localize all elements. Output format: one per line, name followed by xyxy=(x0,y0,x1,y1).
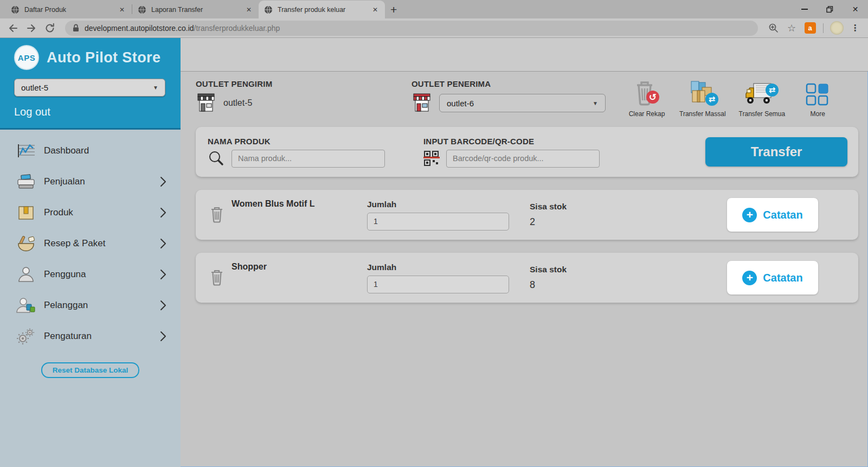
tab-close-icon[interactable]: ✕ xyxy=(371,6,380,14)
new-tab-button[interactable]: + xyxy=(390,3,397,16)
sidebar-item-label: Pengguna xyxy=(44,269,153,280)
sisa-stok-label: Sisa stok xyxy=(530,265,567,274)
caret-down-icon: ▼ xyxy=(153,85,158,91)
sidebar-item-pengaturan[interactable]: Pengaturan xyxy=(0,321,181,351)
url-bar[interactable]: development.autopilotstore.co.id/transfe… xyxy=(65,21,758,36)
url-path: /transferprodukkeluar.php xyxy=(194,24,280,33)
action-label: Transfer Semua xyxy=(739,110,786,118)
tab-title: Laporan Transfer xyxy=(151,6,240,14)
tab-title: Transfer produk keluar xyxy=(278,6,366,14)
boxes-transfer-icon: ⇄ xyxy=(686,79,719,107)
clear-rekap-button[interactable]: ↺ Clear Rekap xyxy=(627,79,666,118)
sidebar-item-dashboard[interactable]: Dashboard xyxy=(0,135,181,166)
sidebar-item-label: Pelanggan xyxy=(44,300,153,311)
chevron-right-icon xyxy=(160,331,166,342)
app-frame: APS Auto Pilot Store outlet-5 ▼ Log out … xyxy=(0,38,868,467)
logout-link[interactable]: Log out xyxy=(14,106,165,118)
forward-arrow-icon xyxy=(26,23,37,34)
outlet-pengirim-group: OUTLET PENGIRIM outlet-5 xyxy=(196,79,412,113)
profile-button[interactable] xyxy=(829,21,844,36)
outlet-penerima-select[interactable]: outlet-6 ▼ xyxy=(439,94,606,112)
back-button[interactable] xyxy=(5,21,21,36)
sidebar-outlet-value: outlet-5 xyxy=(21,83,48,92)
sidebar-item-resep-paket[interactable]: Resep & Paket xyxy=(0,228,181,259)
barcode-group: INPUT BARCODE/QR-CODE xyxy=(423,137,639,168)
catatan-button[interactable]: + Catatan xyxy=(727,261,818,295)
jumlah-group: Jumlah xyxy=(367,263,530,293)
chevron-right-icon xyxy=(160,300,166,311)
mortar-pestle-icon xyxy=(15,235,37,252)
catatan-label: Catatan xyxy=(763,272,802,284)
tab-transfer-produk-keluar[interactable]: Transfer produk keluar ✕ xyxy=(259,1,385,18)
close-icon: ✕ xyxy=(852,5,859,14)
jumlah-input[interactable] xyxy=(367,276,509,293)
more-button[interactable]: More xyxy=(798,79,837,118)
star-icon: ☆ xyxy=(787,22,796,34)
customer-icon xyxy=(15,297,37,314)
outlet-row: OUTLET PENGIRIM outlet-5 OUTLET PENERIMA… xyxy=(196,79,858,118)
plus-circle-icon: + xyxy=(742,271,757,285)
minimize-button[interactable] xyxy=(792,0,817,18)
sidebar-item-pengguna[interactable]: Pengguna xyxy=(0,259,181,290)
jumlah-input[interactable] xyxy=(367,213,509,231)
action-label: Transfer Massal xyxy=(679,110,726,118)
zoom-button[interactable] xyxy=(766,21,781,36)
cash-register-icon xyxy=(15,174,37,189)
store-gray-icon xyxy=(196,93,216,113)
globe-favicon-icon xyxy=(138,5,146,14)
sidebar-item-label: Resep & Paket xyxy=(44,238,153,249)
chevron-right-icon xyxy=(160,207,166,218)
tab-laporan-transfer[interactable]: Laporan Transfer ✕ xyxy=(132,1,259,18)
reset-database-button[interactable]: Reset Database Lokal xyxy=(41,362,140,378)
bookmark-button[interactable]: ☆ xyxy=(784,21,799,36)
sisa-stok-value: 8 xyxy=(530,279,567,291)
search-input[interactable] xyxy=(232,150,385,168)
transfer-button[interactable]: Transfer xyxy=(705,137,847,167)
sisa-stok-group: Sisa stok 8 xyxy=(530,265,567,291)
jumlah-label: Jumlah xyxy=(367,200,530,209)
sidebar-item-pelanggan[interactable]: Pelanggan xyxy=(0,290,181,321)
sidebar-item-penjualan[interactable]: Penjualan xyxy=(0,166,181,197)
reload-button[interactable] xyxy=(42,21,57,36)
close-window-button[interactable]: ✕ xyxy=(843,0,868,18)
tab-close-icon[interactable]: ✕ xyxy=(245,6,253,14)
outlet-penerima-value: outlet-6 xyxy=(447,99,474,108)
minimize-icon xyxy=(801,9,808,10)
action-toolbar: ↺ Clear Rekap ⇄ Transfer Massal xyxy=(627,79,862,118)
barcode-input[interactable] xyxy=(446,150,600,168)
restore-button[interactable] xyxy=(817,0,843,18)
gears-icon xyxy=(15,328,37,344)
url-domain: development.autopilotstore.co.id xyxy=(85,24,194,33)
outlet-penerima-label: OUTLET PENERIMA xyxy=(412,79,627,88)
window-controls: ✕ xyxy=(792,0,868,18)
sidebar-outlet-select[interactable]: outlet-5 ▼ xyxy=(14,79,165,97)
outlet-pengirim-value: outlet-5 xyxy=(223,98,252,108)
svg-text:⇄: ⇄ xyxy=(769,85,776,95)
svg-text:⇄: ⇄ xyxy=(708,94,715,104)
svg-text:↺: ↺ xyxy=(649,92,657,103)
reload-icon xyxy=(44,23,55,34)
search-card: NAMA PRODUK INPUT BARCODE/QR-CODE xyxy=(196,127,858,177)
page-content: OUTLET PENGIRIM outlet-5 OUTLET PENERIMA… xyxy=(181,72,868,467)
forward-button[interactable] xyxy=(24,21,39,36)
aps-logo: APS xyxy=(14,45,39,70)
extension-button[interactable]: a xyxy=(802,21,818,36)
browser-window: Daftar Produk ✕ Laporan Transfer ✕ Trans… xyxy=(0,0,868,467)
transfer-semua-button[interactable]: ⇄ Transfer Semua xyxy=(739,79,786,118)
browser-menu-button[interactable]: ⋮ xyxy=(847,21,863,36)
trash-icon xyxy=(210,270,224,286)
chevron-right-icon xyxy=(160,269,166,280)
action-label: More xyxy=(811,110,825,118)
sidebar-item-produk[interactable]: Produk xyxy=(0,197,181,228)
nama-produk-label: NAMA PRODUK xyxy=(208,137,423,146)
jumlah-label: Jumlah xyxy=(367,263,530,272)
tab-close-icon[interactable]: ✕ xyxy=(118,6,126,14)
trash-reset-icon: ↺ xyxy=(633,79,661,107)
delete-row-button[interactable] xyxy=(207,270,227,286)
restore-icon xyxy=(826,6,833,13)
delete-row-button[interactable] xyxy=(207,207,227,223)
catatan-button[interactable]: + Catatan xyxy=(727,198,818,232)
caret-down-icon: ▼ xyxy=(593,100,598,106)
tab-daftar-produk[interactable]: Daftar Produk ✕ xyxy=(5,1,132,18)
transfer-massal-button[interactable]: ⇄ Transfer Massal xyxy=(679,79,726,118)
